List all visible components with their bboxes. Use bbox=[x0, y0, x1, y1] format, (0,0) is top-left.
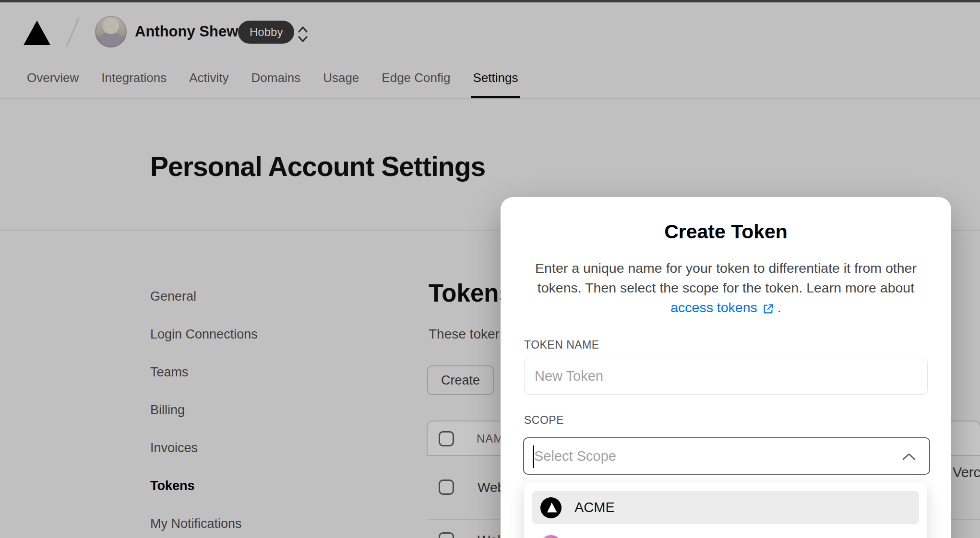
scope-label: SCOPE bbox=[524, 414, 564, 427]
create-token-modal: Create Token Enter a unique name for you… bbox=[501, 197, 951, 538]
scope-input[interactable] bbox=[534, 439, 889, 473]
token-name-label: TOKEN NAME bbox=[524, 339, 599, 351]
user-name[interactable]: Anthony Shew bbox=[135, 23, 238, 40]
tab-edge-config[interactable]: Edge Config bbox=[382, 67, 450, 98]
tokens-section-heading: Tokens bbox=[429, 279, 513, 307]
acme-logo-icon bbox=[540, 497, 562, 518]
scope-option-label: ACME bbox=[574, 500, 615, 515]
sidebar-item-login-connections[interactable]: Login Connections bbox=[150, 327, 258, 342]
tab-usage[interactable]: Usage bbox=[323, 67, 359, 98]
sidebar-item-tokens[interactable]: Tokens bbox=[150, 478, 258, 494]
tab-domains[interactable]: Domains bbox=[251, 67, 301, 98]
sentence-period: . bbox=[777, 298, 781, 317]
sidebar-item-teams[interactable]: Teams bbox=[150, 364, 258, 380]
table-column-name: NAM bbox=[477, 432, 503, 445]
select-all-checkbox[interactable] bbox=[439, 431, 454, 446]
row-checkbox[interactable] bbox=[439, 532, 454, 538]
access-tokens-link[interactable]: access tokens bbox=[670, 298, 757, 317]
tab-integrations[interactable]: Integrations bbox=[101, 67, 167, 98]
tab-activity[interactable]: Activity bbox=[189, 67, 228, 98]
token-row-right-fragment: Verc bbox=[953, 465, 980, 480]
modal-title: Create Token bbox=[501, 221, 951, 243]
sidebar-item-invoices[interactable]: Invoices bbox=[150, 440, 258, 456]
sidebar-item-billing[interactable]: Billing bbox=[150, 402, 258, 418]
scope-combobox[interactable] bbox=[523, 437, 930, 475]
create-token-button[interactable]: Create bbox=[427, 365, 494, 395]
tab-overview[interactable]: Overview bbox=[27, 67, 79, 98]
sidebar-item-general[interactable]: General bbox=[150, 289, 258, 304]
external-link-icon bbox=[762, 301, 775, 314]
modal-description: Enter a unique name for your token to di… bbox=[518, 258, 934, 317]
slash-divider bbox=[66, 17, 80, 47]
main-nav-tabs: Overview Integrations Activity Domains U… bbox=[27, 67, 518, 98]
screen: Anthony Shew Hobby Overview Integrations… bbox=[0, 0, 980, 538]
scope-dropdown: ACME bbox=[524, 482, 927, 538]
modal-description-line2: tokens. Then select the scope for the to… bbox=[518, 278, 934, 298]
modal-description-line1: Enter a unique name for your token to di… bbox=[518, 258, 934, 278]
window-top-strip bbox=[0, 0, 980, 2]
sidebar-item-my-notifications[interactable]: My Notifications bbox=[150, 516, 258, 532]
settings-sidebar: General Login Connections Teams Billing … bbox=[150, 289, 258, 532]
page-title: Personal Account Settings bbox=[150, 151, 485, 182]
token-name-input[interactable] bbox=[524, 358, 928, 395]
text-cursor bbox=[533, 445, 534, 468]
user-avatar[interactable] bbox=[95, 16, 127, 47]
header-divider bbox=[0, 98, 980, 99]
scope-option-partial[interactable] bbox=[532, 529, 919, 538]
chevron-up-icon[interactable] bbox=[901, 452, 917, 462]
team-avatar bbox=[540, 535, 562, 538]
tab-settings[interactable]: Settings bbox=[473, 67, 518, 98]
scope-option-acme[interactable]: ACME bbox=[532, 491, 919, 524]
scope-switcher-chevrons-icon[interactable] bbox=[296, 24, 310, 45]
plan-badge: Hobby bbox=[238, 21, 294, 44]
modal-description-line3: access tokens . bbox=[518, 298, 934, 317]
tokens-section-description: These toker bbox=[429, 327, 500, 342]
row-checkbox[interactable] bbox=[439, 480, 454, 495]
vercel-logo-icon[interactable] bbox=[24, 21, 50, 45]
